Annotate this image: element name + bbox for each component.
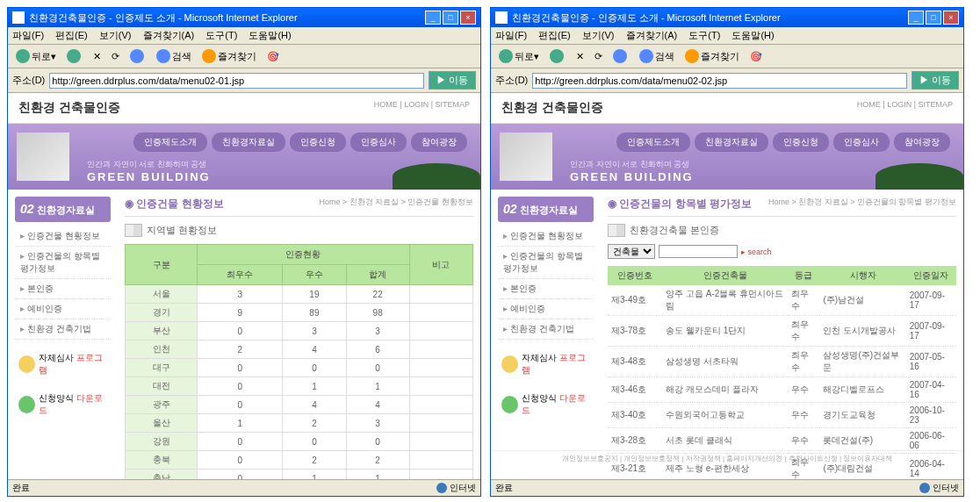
cell-total: 3 <box>346 322 409 341</box>
nav-item[interactable]: 참여광장 <box>894 133 950 152</box>
titlebar[interactable]: 친환경건축물인증 - 인증제도 소개 - Microsoft Internet … <box>8 8 480 27</box>
menu-tools[interactable]: 도구(T) <box>205 30 237 40</box>
nav-item[interactable]: 인증심사 <box>833 133 890 152</box>
home-button[interactable] <box>126 47 149 65</box>
sidebar-item[interactable]: 인증건물 현황정보 <box>498 226 594 247</box>
list-row[interactable]: 제3-49호양주 고읍 A-2블록 휴먼시아드림최우수(주)남건설2007-09… <box>608 285 956 316</box>
search-button[interactable]: 검색 <box>636 47 678 65</box>
back-button[interactable]: 뒤로 ▾ <box>12 47 60 65</box>
cell-good: 1 <box>283 470 346 480</box>
favorites-button[interactable]: 즐겨찾기 <box>198 47 260 65</box>
minimize-button[interactable]: _ <box>425 11 441 25</box>
cell-region: 서울 <box>126 285 198 304</box>
maximize-button[interactable]: □ <box>926 11 941 25</box>
site-links[interactable]: HOME | LOGIN | SITEMAP <box>374 100 470 116</box>
search-select[interactable]: 건축물 <box>608 244 655 259</box>
menu-help[interactable]: 도움말(H) <box>731 30 774 40</box>
address-input[interactable] <box>532 73 907 89</box>
sidebar-item[interactable]: 친환경 건축기법 <box>498 319 594 340</box>
menu-tools[interactable]: 도구(T) <box>688 30 720 40</box>
menu-edit[interactable]: 편집(E) <box>538 30 571 40</box>
sidebar-item[interactable]: 본인증 <box>498 279 594 299</box>
search-row: 건축물 ▸ search <box>608 244 956 259</box>
menu-file[interactable]: 파일(F) <box>495 30 527 40</box>
menu-edit[interactable]: 편집(E) <box>55 30 88 40</box>
menu-view[interactable]: 보기(V) <box>99 30 132 40</box>
refresh-button[interactable]: ⟳ <box>108 49 123 64</box>
nav-item[interactable]: 참여광장 <box>411 133 467 152</box>
nav-item[interactable]: 인증신청 <box>773 133 829 152</box>
favorites-button[interactable]: 즐겨찾기 <box>681 47 743 65</box>
page-title: 인증건물 현황정보 Home > 친환경 자료실 > 인증건물 현황정보 <box>125 197 473 217</box>
forward-button[interactable] <box>546 47 569 65</box>
cell-best: 0 <box>198 451 283 470</box>
list-row[interactable]: 제3-78호송도 웰카운티 1단지최우수인천 도시개발공사2007-09-17 <box>608 316 956 347</box>
search-button[interactable]: 검색 <box>153 47 195 65</box>
site-logo[interactable]: 친환경 건축물인증 <box>501 100 603 116</box>
sidebar-item[interactable]: 예비인증 <box>498 299 594 319</box>
addressbar: 주소(D) ▶ 이동 <box>8 68 480 93</box>
sidebar-badge-download[interactable]: 신청양식 다운로드 <box>15 389 111 420</box>
list-row[interactable]: 제3-48호삼성생명 서초타워최우수삼성생명(주)건설부문2007-05-16 <box>608 347 956 377</box>
menubar: 파일(F) 편집(E) 보기(V) 즐겨찾기(A) 도구(T) 도움말(H) <box>8 27 480 45</box>
go-button[interactable]: ▶ 이동 <box>429 71 476 90</box>
breadcrumb[interactable]: Home > 친환경 자료실 > 인증건물 현황정보 <box>319 197 473 208</box>
sidebar-item[interactable]: 본인증 <box>15 279 111 299</box>
menu-file[interactable]: 파일(F) <box>12 30 44 40</box>
go-button[interactable]: ▶ 이동 <box>912 71 959 90</box>
col-date: 인증일자 <box>906 266 956 285</box>
nav-item[interactable]: 인증신청 <box>290 133 346 152</box>
menu-favorites[interactable]: 즐겨찾기(A) <box>626 30 678 40</box>
sidebar-item[interactable]: 예비인증 <box>15 299 111 319</box>
addressbar: 주소(D) ▶ 이동 <box>491 68 963 93</box>
menu-view[interactable]: 보기(V) <box>582 30 615 40</box>
sidebar-item[interactable]: 인증건물의 항목별 평가정보 <box>15 247 111 279</box>
minimize-button[interactable]: _ <box>908 11 924 25</box>
search-button[interactable]: ▸ search <box>741 247 772 256</box>
cell-number: 제3-46호 <box>608 377 662 403</box>
stop-button[interactable]: ✕ <box>573 49 587 64</box>
nav-item[interactable]: 친환경자료실 <box>695 133 768 152</box>
list-row[interactable]: 제3-40호수원외국어고등학교우수경기도교육청2006-10-23 <box>608 403 956 428</box>
forward-button[interactable] <box>63 47 86 65</box>
nav-item[interactable]: 인증심사 <box>350 133 407 152</box>
nav-item[interactable]: 친환경자료실 <box>212 133 285 152</box>
cell-operator: 해강디벨로프스 <box>819 377 905 403</box>
back-button[interactable]: 뒤로 ▾ <box>495 47 543 65</box>
sidebar-item[interactable]: 인증건물 현황정보 <box>15 226 111 247</box>
table-row: 서울31922 <box>126 285 473 304</box>
list-row[interactable]: 제3-46호해강 캐모스데미 플라자우수해강디벨로프스2007-04-16 <box>608 377 956 403</box>
banner-nav: 인증제도소개 친환경자료실 인증신청 인증심사 참여광장 <box>21 133 467 152</box>
nav-item[interactable]: 인증제도소개 <box>616 133 690 152</box>
sidebar-badge-download[interactable]: 신청양식 다운로드 <box>498 389 594 420</box>
sidebar-badge-program[interactable]: 자체심사 프로그램 <box>15 348 111 380</box>
cell-note <box>409 451 472 470</box>
titlebar[interactable]: 친환경건축물인증 - 인증제도 소개 - Microsoft Internet … <box>491 8 963 27</box>
site-logo[interactable]: 친환경 건축물인증 <box>18 100 120 116</box>
maximize-button[interactable]: □ <box>443 11 458 25</box>
sidebar-badge-program[interactable]: 자체심사 프로그램 <box>498 348 594 380</box>
sidebar-item[interactable]: 인증건물의 항목별 평가정보 <box>498 247 594 279</box>
media-button[interactable]: 🎯 <box>746 49 766 64</box>
site-header: 친환경 건축물인증 HOME | LOGIN | SITEMAP <box>8 93 480 124</box>
cell-good: 4 <box>283 341 346 359</box>
search-input[interactable] <box>659 245 738 258</box>
address-input[interactable] <box>49 73 424 89</box>
menu-favorites[interactable]: 즐겨찾기(A) <box>143 30 195 40</box>
menu-help[interactable]: 도움말(H) <box>249 30 291 40</box>
media-button[interactable]: 🎯 <box>263 49 283 64</box>
close-button[interactable]: × <box>460 11 476 25</box>
footer-links[interactable]: 개인정보보호공지 | 개인정보보호정책 | 저작권정책 | 홈페이지개선의견 |… <box>491 450 963 463</box>
stop-button[interactable]: ✕ <box>90 49 104 64</box>
site-links[interactable]: HOME | LOGIN | SITEMAP <box>857 100 953 116</box>
cell-date: 2007-09-17 <box>906 285 956 316</box>
badge-icon <box>501 396 518 413</box>
home-button[interactable] <box>609 47 632 65</box>
status-zone: 인터넷 <box>933 482 959 494</box>
close-button[interactable]: × <box>943 11 959 25</box>
breadcrumb[interactable]: Home > 친환경 자료실 > 인증건물의 항목별 평가정보 <box>768 197 956 208</box>
cell-best: 0 <box>198 470 283 480</box>
refresh-button[interactable]: ⟳ <box>591 49 606 64</box>
nav-item[interactable]: 인증제도소개 <box>133 133 207 152</box>
sidebar-item[interactable]: 친환경 건축기법 <box>15 319 111 340</box>
